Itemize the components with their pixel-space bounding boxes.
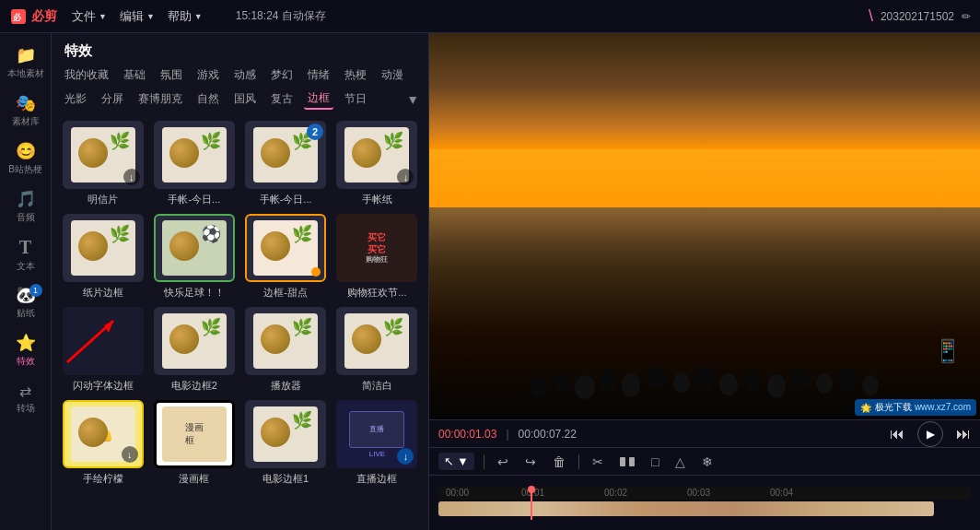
effect-label-diary2: 手帐-今日... — [245, 193, 326, 206]
svg-text:必: 必 — [12, 13, 22, 22]
effect-label-postcard: 明信片 — [63, 193, 144, 206]
effect-flash-font[interactable]: 闪动字体边框 — [61, 307, 145, 393]
effect-minimal-white[interactable]: 🌿 简洁白 — [335, 307, 419, 393]
cat-anime[interactable]: 动漫 — [378, 65, 407, 85]
time-separator: | — [506, 428, 508, 441]
download-icon[interactable]: ↓ — [123, 169, 140, 185]
cat-split[interactable]: 分屏 — [98, 89, 127, 109]
effect-dessert[interactable]: 🌿 边框-甜点 — [244, 214, 328, 300]
svg-marker-3 — [104, 321, 113, 333]
effect-label-film2: 电影边框2 — [154, 379, 235, 393]
sidebar-item-library[interactable]: 🎭 素材库 — [4, 88, 48, 133]
main-layout: 📁 本地素材 🎭 素材库 😊 B站热梗 🎵 音频 T 文本 🐼 贴纸 1 ⭐ 特… — [0, 33, 980, 530]
select-tool[interactable]: ↖ ▼ — [438, 453, 474, 470]
text-icon: T — [19, 237, 31, 258]
split-btn[interactable] — [616, 453, 638, 470]
watermark: 🌟 极光下载 www.xz7.com — [855, 399, 976, 416]
menu-file[interactable]: 文件 ▼ — [72, 8, 107, 25]
effect-diary-paper[interactable]: 🌿 ↓ 手帐纸 — [335, 121, 419, 206]
decoration-slash: \ — [869, 6, 873, 26]
project-title: 203202171502 — [881, 10, 954, 23]
sidebar-item-audio[interactable]: 🎵 音频 — [4, 184, 48, 229]
sidebar-item-sticker[interactable]: 🐼 贴纸 1 — [4, 280, 48, 324]
effect-thumb-film1: 🌿 — [245, 400, 326, 468]
cat-hot[interactable]: 热梗 — [341, 65, 370, 85]
play-btn[interactable]: ▶ — [917, 421, 943, 447]
effect-football[interactable]: ⚽ 快乐足球！！ — [152, 214, 236, 300]
watermark-icon: 🌟 — [860, 403, 871, 413]
copy-btn[interactable]: □ — [648, 453, 662, 471]
cat-retro[interactable]: 复古 — [267, 89, 297, 109]
effects-icon: ⭐ — [16, 333, 36, 353]
cat-national[interactable]: 国风 — [230, 89, 260, 109]
more-categories-btn[interactable]: ▼ — [406, 92, 419, 107]
sidebar-item-text[interactable]: T 文本 — [4, 232, 48, 277]
ruler-00:02: 00:02 — [604, 488, 627, 498]
video-track[interactable] — [438, 501, 934, 516]
svg-point-14 — [767, 374, 786, 398]
cat-emotion[interactable]: 情绪 — [304, 65, 333, 85]
effect-player[interactable]: 🌿 播放器 — [244, 307, 328, 393]
cat-cyber[interactable]: 赛博朋克 — [134, 89, 186, 109]
cat-game[interactable]: 游戏 — [193, 65, 223, 85]
svg-point-16 — [816, 373, 833, 394]
sidebar-label-transition: 转场 — [17, 402, 35, 415]
effect-lemon[interactable]: 🍋 ↓ 手绘柠檬 — [61, 400, 145, 486]
freeze2-btn[interactable]: ❄ — [698, 453, 717, 471]
svg-point-13 — [744, 371, 761, 391]
badge-2: 2 — [307, 124, 323, 140]
effect-shopping[interactable]: 买它 买它 购物狂 购物狂欢节... — [335, 214, 419, 300]
cat-nature[interactable]: 自然 — [193, 89, 223, 109]
svg-point-12 — [719, 373, 738, 395]
ruler-00:04: 00:04 — [770, 488, 793, 498]
right-area: 📱 🌟 极光下载 www.xz7.com 00:00:01.03 | 00:00… — [429, 33, 980, 530]
toolbar-divider2 — [578, 454, 579, 469]
sidebar-item-transition[interactable]: ⇄ 转场 — [4, 376, 48, 420]
local-icon: 📁 — [16, 45, 36, 65]
effect-diary2[interactable]: 🌿 2 手帐-今日... — [244, 121, 328, 206]
skip-back-btn[interactable]: ⏮ — [890, 426, 904, 442]
effect-label-dessert: 边框-甜点 — [245, 286, 326, 300]
cat-border[interactable]: 边框 — [304, 88, 333, 110]
cat-dream[interactable]: 梦幻 — [267, 65, 297, 85]
effect-comic[interactable]: 漫画框 漫画框 — [152, 400, 236, 486]
bilibili-icon: 😊 — [16, 141, 36, 161]
effect-label-player: 播放器 — [245, 379, 326, 393]
cat-holiday[interactable]: 节日 — [341, 89, 370, 109]
crowd-silhouettes — [429, 327, 980, 401]
library-icon: 🎭 — [16, 93, 36, 113]
svg-point-5 — [554, 372, 570, 393]
cut-btn[interactable]: ✂ — [589, 453, 607, 471]
effect-paper-border[interactable]: 🌿 纸片边框 — [61, 214, 145, 300]
cat-atmosphere[interactable]: 氛围 — [157, 65, 186, 85]
cat-dynamic[interactable]: 动感 — [230, 65, 260, 85]
effect-thumb-diary2: 🌿 2 — [245, 121, 326, 189]
sidebar-item-bilibili[interactable]: 😊 B站热梗 — [4, 136, 48, 181]
delete-btn[interactable]: 🗑 — [549, 453, 569, 471]
menu-edit[interactable]: 编辑 ▼ — [120, 8, 155, 25]
effect-live[interactable]: 直播 LIVE ↓ 直播边框 — [335, 400, 419, 486]
effect-film1[interactable]: 🌿 电影边框1 — [244, 400, 328, 486]
skip-forward-btn[interactable]: ⏭ — [956, 426, 971, 442]
cat-light[interactable]: 光影 — [61, 89, 90, 109]
edit-icon[interactable]: ✏ — [962, 10, 971, 23]
effect-diary1[interactable]: 🌿 手帐-今日... — [152, 121, 236, 206]
cat-favorites[interactable]: 我的收藏 — [61, 65, 112, 85]
person-with-phone: 📱 — [934, 338, 962, 364]
effect-postcard[interactable]: 🌿 ↓ 明信片 — [61, 121, 145, 206]
preview-area: 📱 🌟 极光下载 www.xz7.com — [429, 33, 980, 419]
sidebar-item-local[interactable]: 📁 本地素材 — [4, 41, 48, 85]
select-dropdown-arrow[interactable]: ▼ — [457, 454, 469, 468]
download-icon3[interactable]: ↓ — [122, 446, 138, 463]
redo-btn[interactable]: ↪ — [521, 453, 540, 471]
undo-btn[interactable]: ↩ — [494, 453, 512, 471]
download-icon2[interactable]: ↓ — [397, 169, 414, 185]
effect-film2[interactable]: 🌿 电影边框2 — [152, 307, 236, 393]
cat-basic[interactable]: 基础 — [120, 65, 149, 85]
sidebar-item-effects[interactable]: ⭐ 特效 — [4, 328, 48, 372]
menu-help[interactable]: 帮助 ▼ — [168, 8, 203, 25]
freeze-btn[interactable]: △ — [671, 453, 689, 471]
ruler-00:00: 00:00 — [446, 488, 469, 498]
effect-thumb-diary-paper: 🌿 ↓ — [336, 121, 417, 189]
playhead — [531, 487, 532, 520]
